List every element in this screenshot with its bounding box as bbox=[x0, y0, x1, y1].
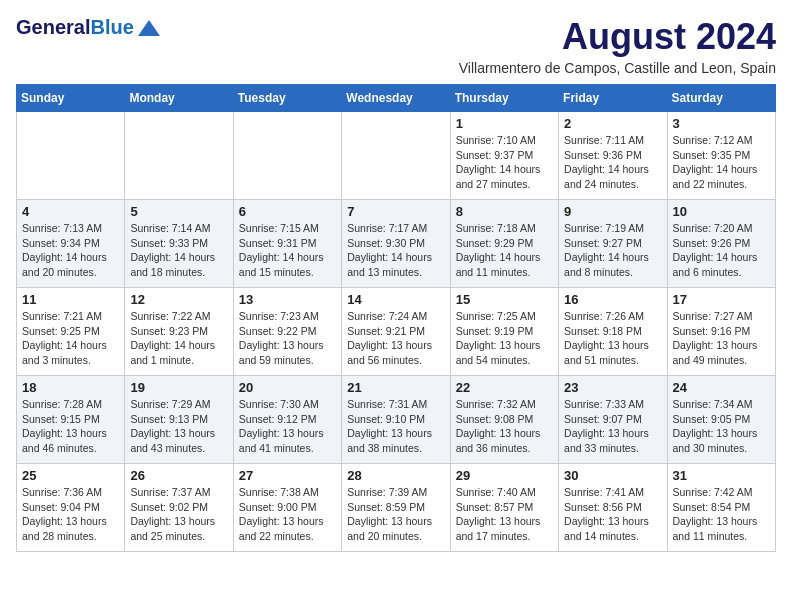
calendar-cell: 16Sunrise: 7:26 AM Sunset: 9:18 PM Dayli… bbox=[559, 288, 667, 376]
day-number: 18 bbox=[22, 380, 119, 395]
day-number: 9 bbox=[564, 204, 661, 219]
day-number: 26 bbox=[130, 468, 227, 483]
weekday-header: Tuesday bbox=[233, 85, 341, 112]
day-number: 10 bbox=[673, 204, 770, 219]
day-info: Sunrise: 7:40 AM Sunset: 8:57 PM Dayligh… bbox=[456, 485, 553, 544]
weekday-header: Monday bbox=[125, 85, 233, 112]
day-info: Sunrise: 7:36 AM Sunset: 9:04 PM Dayligh… bbox=[22, 485, 119, 544]
calendar-cell bbox=[125, 112, 233, 200]
calendar-week-row: 25Sunrise: 7:36 AM Sunset: 9:04 PM Dayli… bbox=[17, 464, 776, 552]
day-info: Sunrise: 7:42 AM Sunset: 8:54 PM Dayligh… bbox=[673, 485, 770, 544]
day-info: Sunrise: 7:13 AM Sunset: 9:34 PM Dayligh… bbox=[22, 221, 119, 280]
day-number: 29 bbox=[456, 468, 553, 483]
calendar-cell bbox=[342, 112, 450, 200]
calendar-cell: 5Sunrise: 7:14 AM Sunset: 9:33 PM Daylig… bbox=[125, 200, 233, 288]
calendar-cell: 27Sunrise: 7:38 AM Sunset: 9:00 PM Dayli… bbox=[233, 464, 341, 552]
calendar-cell: 4Sunrise: 7:13 AM Sunset: 9:34 PM Daylig… bbox=[17, 200, 125, 288]
day-info: Sunrise: 7:22 AM Sunset: 9:23 PM Dayligh… bbox=[130, 309, 227, 368]
day-number: 4 bbox=[22, 204, 119, 219]
calendar-cell: 24Sunrise: 7:34 AM Sunset: 9:05 PM Dayli… bbox=[667, 376, 775, 464]
day-number: 15 bbox=[456, 292, 553, 307]
day-number: 2 bbox=[564, 116, 661, 131]
calendar-cell bbox=[17, 112, 125, 200]
calendar-cell: 19Sunrise: 7:29 AM Sunset: 9:13 PM Dayli… bbox=[125, 376, 233, 464]
day-info: Sunrise: 7:38 AM Sunset: 9:00 PM Dayligh… bbox=[239, 485, 336, 544]
day-info: Sunrise: 7:10 AM Sunset: 9:37 PM Dayligh… bbox=[456, 133, 553, 192]
logo: GeneralBlue bbox=[16, 16, 160, 38]
calendar-week-row: 4Sunrise: 7:13 AM Sunset: 9:34 PM Daylig… bbox=[17, 200, 776, 288]
day-info: Sunrise: 7:32 AM Sunset: 9:08 PM Dayligh… bbox=[456, 397, 553, 456]
day-info: Sunrise: 7:18 AM Sunset: 9:29 PM Dayligh… bbox=[456, 221, 553, 280]
day-number: 25 bbox=[22, 468, 119, 483]
calendar-cell: 10Sunrise: 7:20 AM Sunset: 9:26 PM Dayli… bbox=[667, 200, 775, 288]
calendar-cell: 1Sunrise: 7:10 AM Sunset: 9:37 PM Daylig… bbox=[450, 112, 558, 200]
day-number: 12 bbox=[130, 292, 227, 307]
calendar-table: SundayMondayTuesdayWednesdayThursdayFrid… bbox=[16, 84, 776, 552]
day-number: 28 bbox=[347, 468, 444, 483]
day-number: 27 bbox=[239, 468, 336, 483]
day-info: Sunrise: 7:30 AM Sunset: 9:12 PM Dayligh… bbox=[239, 397, 336, 456]
day-info: Sunrise: 7:12 AM Sunset: 9:35 PM Dayligh… bbox=[673, 133, 770, 192]
calendar-cell: 9Sunrise: 7:19 AM Sunset: 9:27 PM Daylig… bbox=[559, 200, 667, 288]
day-number: 24 bbox=[673, 380, 770, 395]
month-year-title: August 2024 bbox=[459, 16, 776, 58]
calendar-cell: 6Sunrise: 7:15 AM Sunset: 9:31 PM Daylig… bbox=[233, 200, 341, 288]
day-number: 16 bbox=[564, 292, 661, 307]
calendar-cell: 2Sunrise: 7:11 AM Sunset: 9:36 PM Daylig… bbox=[559, 112, 667, 200]
calendar-week-row: 11Sunrise: 7:21 AM Sunset: 9:25 PM Dayli… bbox=[17, 288, 776, 376]
calendar-cell: 12Sunrise: 7:22 AM Sunset: 9:23 PM Dayli… bbox=[125, 288, 233, 376]
day-number: 23 bbox=[564, 380, 661, 395]
location-subtitle: Villarmentero de Campos, Castille and Le… bbox=[459, 60, 776, 76]
day-number: 14 bbox=[347, 292, 444, 307]
day-info: Sunrise: 7:29 AM Sunset: 9:13 PM Dayligh… bbox=[130, 397, 227, 456]
day-info: Sunrise: 7:25 AM Sunset: 9:19 PM Dayligh… bbox=[456, 309, 553, 368]
calendar-cell: 20Sunrise: 7:30 AM Sunset: 9:12 PM Dayli… bbox=[233, 376, 341, 464]
day-number: 17 bbox=[673, 292, 770, 307]
day-info: Sunrise: 7:26 AM Sunset: 9:18 PM Dayligh… bbox=[564, 309, 661, 368]
calendar-cell: 22Sunrise: 7:32 AM Sunset: 9:08 PM Dayli… bbox=[450, 376, 558, 464]
day-info: Sunrise: 7:14 AM Sunset: 9:33 PM Dayligh… bbox=[130, 221, 227, 280]
calendar-cell: 25Sunrise: 7:36 AM Sunset: 9:04 PM Dayli… bbox=[17, 464, 125, 552]
calendar-cell: 17Sunrise: 7:27 AM Sunset: 9:16 PM Dayli… bbox=[667, 288, 775, 376]
day-number: 21 bbox=[347, 380, 444, 395]
calendar-cell: 23Sunrise: 7:33 AM Sunset: 9:07 PM Dayli… bbox=[559, 376, 667, 464]
calendar-cell: 13Sunrise: 7:23 AM Sunset: 9:22 PM Dayli… bbox=[233, 288, 341, 376]
day-info: Sunrise: 7:23 AM Sunset: 9:22 PM Dayligh… bbox=[239, 309, 336, 368]
day-number: 1 bbox=[456, 116, 553, 131]
calendar-cell: 11Sunrise: 7:21 AM Sunset: 9:25 PM Dayli… bbox=[17, 288, 125, 376]
day-info: Sunrise: 7:24 AM Sunset: 9:21 PM Dayligh… bbox=[347, 309, 444, 368]
weekday-header: Friday bbox=[559, 85, 667, 112]
weekday-header: Saturday bbox=[667, 85, 775, 112]
day-info: Sunrise: 7:39 AM Sunset: 8:59 PM Dayligh… bbox=[347, 485, 444, 544]
day-info: Sunrise: 7:34 AM Sunset: 9:05 PM Dayligh… bbox=[673, 397, 770, 456]
day-number: 31 bbox=[673, 468, 770, 483]
day-info: Sunrise: 7:15 AM Sunset: 9:31 PM Dayligh… bbox=[239, 221, 336, 280]
calendar-cell: 15Sunrise: 7:25 AM Sunset: 9:19 PM Dayli… bbox=[450, 288, 558, 376]
day-number: 3 bbox=[673, 116, 770, 131]
day-info: Sunrise: 7:11 AM Sunset: 9:36 PM Dayligh… bbox=[564, 133, 661, 192]
day-number: 11 bbox=[22, 292, 119, 307]
day-number: 20 bbox=[239, 380, 336, 395]
svg-marker-0 bbox=[138, 20, 160, 36]
day-info: Sunrise: 7:41 AM Sunset: 8:56 PM Dayligh… bbox=[564, 485, 661, 544]
weekday-header: Thursday bbox=[450, 85, 558, 112]
day-number: 19 bbox=[130, 380, 227, 395]
day-info: Sunrise: 7:19 AM Sunset: 9:27 PM Dayligh… bbox=[564, 221, 661, 280]
day-info: Sunrise: 7:28 AM Sunset: 9:15 PM Dayligh… bbox=[22, 397, 119, 456]
day-info: Sunrise: 7:21 AM Sunset: 9:25 PM Dayligh… bbox=[22, 309, 119, 368]
day-number: 7 bbox=[347, 204, 444, 219]
calendar-cell: 18Sunrise: 7:28 AM Sunset: 9:15 PM Dayli… bbox=[17, 376, 125, 464]
calendar-cell: 26Sunrise: 7:37 AM Sunset: 9:02 PM Dayli… bbox=[125, 464, 233, 552]
calendar-cell bbox=[233, 112, 341, 200]
day-number: 6 bbox=[239, 204, 336, 219]
calendar-cell: 29Sunrise: 7:40 AM Sunset: 8:57 PM Dayli… bbox=[450, 464, 558, 552]
calendar-cell: 30Sunrise: 7:41 AM Sunset: 8:56 PM Dayli… bbox=[559, 464, 667, 552]
calendar-cell: 21Sunrise: 7:31 AM Sunset: 9:10 PM Dayli… bbox=[342, 376, 450, 464]
day-number: 22 bbox=[456, 380, 553, 395]
day-info: Sunrise: 7:37 AM Sunset: 9:02 PM Dayligh… bbox=[130, 485, 227, 544]
day-info: Sunrise: 7:17 AM Sunset: 9:30 PM Dayligh… bbox=[347, 221, 444, 280]
day-info: Sunrise: 7:31 AM Sunset: 9:10 PM Dayligh… bbox=[347, 397, 444, 456]
day-number: 30 bbox=[564, 468, 661, 483]
weekday-header: Sunday bbox=[17, 85, 125, 112]
title-section: August 2024 Villarmentero de Campos, Cas… bbox=[459, 16, 776, 76]
